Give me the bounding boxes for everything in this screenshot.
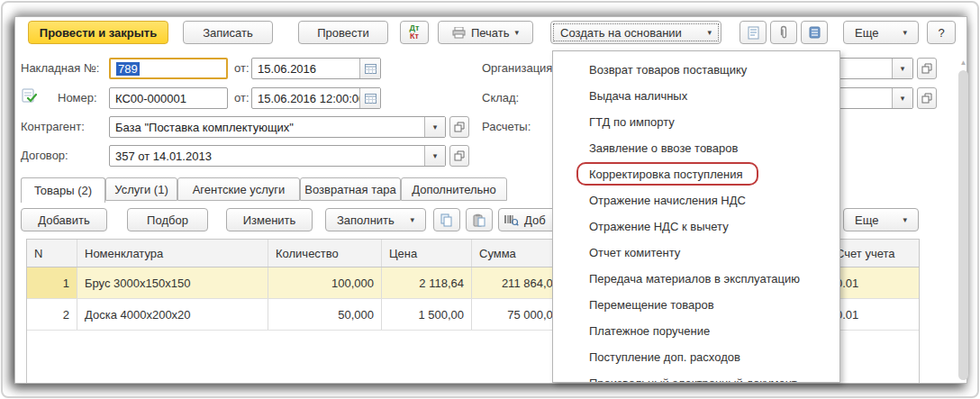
counterparty-open-button[interactable] xyxy=(449,116,469,138)
menu-item-goods-movement[interactable]: Перемещение товаров xyxy=(553,292,839,318)
table-more-button[interactable]: Еще ▾ xyxy=(843,208,919,231)
screenshot: Провести и закрыть Записать Провести ДтК… xyxy=(0,0,980,399)
tab-additional[interactable]: Дополнительно xyxy=(401,177,507,201)
notes-list-button[interactable] xyxy=(801,21,828,44)
calendar-icon[interactable] xyxy=(359,59,380,78)
invoice-number-input[interactable]: 789 xyxy=(109,58,228,79)
dropdown-arrow-icon: ▾ xyxy=(410,216,414,224)
counterparty-combo[interactable]: База "Поставка комплектующих" ▾ xyxy=(109,116,446,138)
list-icon xyxy=(809,26,821,39)
open-form-icon xyxy=(454,122,465,132)
add-row-button[interactable]: Добавить xyxy=(21,208,107,231)
create-based-on-label: Создать на основании xyxy=(560,26,682,40)
post-and-close-button[interactable]: Провести и закрыть xyxy=(28,21,168,44)
barcode-icon xyxy=(504,214,519,226)
copy-icon xyxy=(440,213,453,227)
counterparty-label: Контрагент: xyxy=(21,120,85,133)
col-header-quantity[interactable]: Количество xyxy=(268,240,382,267)
combo-dropdown-icon[interactable]: ▾ xyxy=(892,88,912,108)
paste-button[interactable] xyxy=(466,208,493,231)
col-header-price[interactable]: Цена xyxy=(382,240,472,267)
help-button[interactable]: ? xyxy=(927,21,956,44)
menu-item-return-to-supplier[interactable]: Возврат товаров поставщику xyxy=(553,57,839,83)
combo-dropdown-icon[interactable]: ▾ xyxy=(424,146,445,166)
menu-item-cash-issue[interactable]: Выдача наличных xyxy=(553,83,839,109)
document-status-icon xyxy=(22,88,37,104)
calendar-icon[interactable] xyxy=(359,88,380,108)
open-form-icon xyxy=(921,93,932,104)
col-header-nomenclature[interactable]: Номенклатура xyxy=(77,240,268,267)
menu-item-additional-expenses[interactable]: Поступление доп. расходов xyxy=(553,344,839,370)
col-header-account[interactable]: Счет учета xyxy=(834,240,919,267)
invoice-number-label: Накладная №: xyxy=(21,61,99,75)
warehouse-label: Склад: xyxy=(482,91,519,104)
printer-icon xyxy=(452,27,466,39)
organization-open-button[interactable] xyxy=(917,58,937,79)
menu-item-payment-order[interactable]: Платежное поручение xyxy=(553,318,839,344)
combo-dropdown-icon[interactable]: ▾ xyxy=(424,117,445,137)
open-form-icon xyxy=(921,63,932,74)
toolbar-more-button[interactable]: Еще ▾ xyxy=(843,21,919,44)
menu-item-import-declaration[interactable]: ГТД по импорту xyxy=(553,109,839,135)
contract-open-button[interactable] xyxy=(449,145,469,167)
settlements-label: Расчеты: xyxy=(482,120,531,133)
dropdown-arrow-icon: ▾ xyxy=(903,29,907,37)
help-label: ? xyxy=(938,26,944,40)
tab-services[interactable]: Услуги (1) xyxy=(105,177,177,201)
print-label: Печать xyxy=(471,26,510,40)
dropdown-arrow-icon: ▾ xyxy=(903,216,907,224)
vertical-scrollbar[interactable]: ▲ xyxy=(957,58,969,382)
show-postings-button[interactable]: ДтКт xyxy=(400,21,429,44)
create-based-on-menu: Возврат товаров поставщику Выдача наличн… xyxy=(552,50,840,383)
attachments-button[interactable] xyxy=(770,21,797,44)
organization-label: Организация: xyxy=(482,61,556,75)
from-datetime-label: от: xyxy=(234,91,250,104)
contract-combo[interactable]: 357 от 14.01.2013 ▾ xyxy=(109,145,446,167)
menu-item-materials-transfer[interactable]: Передача материалов в эксплуатацию xyxy=(553,266,839,292)
save-button[interactable]: Записать xyxy=(183,21,273,44)
post-button[interactable]: Провести xyxy=(298,21,388,44)
scroll-up-icon[interactable]: ▲ xyxy=(957,58,969,68)
col-header-n[interactable]: N xyxy=(27,240,77,267)
from-date-label: от: xyxy=(234,61,250,75)
tab-goods[interactable]: Товары (2) xyxy=(21,177,105,203)
fill-button[interactable]: Заполнить ▾ xyxy=(325,208,426,231)
paste-icon xyxy=(473,213,485,227)
document-window: Провести и закрыть Записать Провести ДтК… xyxy=(14,16,967,384)
number-label: Номер: xyxy=(58,91,97,104)
datetime-input[interactable]: 15.06.2016 12:00:00 xyxy=(251,87,381,109)
pick-button[interactable]: Подбор xyxy=(127,208,208,231)
menu-item-vat-accrual[interactable]: Отражение начисления НДС xyxy=(553,187,839,213)
combo-dropdown-icon[interactable]: ▾ xyxy=(892,59,912,78)
copy-button[interactable] xyxy=(433,208,460,231)
invoice-number-value: 789 xyxy=(116,62,140,76)
post-label: Провести xyxy=(317,26,369,40)
create-based-on-button[interactable]: Создать на основании ▾ xyxy=(550,21,721,44)
dropdown-arrow-icon: ▾ xyxy=(515,29,520,37)
reports-button[interactable] xyxy=(740,21,767,44)
print-button[interactable]: Печать ▾ xyxy=(438,21,533,44)
warehouse-open-button[interactable] xyxy=(917,87,937,109)
open-form-icon xyxy=(454,150,465,161)
date-input[interactable]: 15.06.2016 xyxy=(251,58,381,79)
report-document-icon xyxy=(748,26,759,40)
dropdown-arrow-icon: ▾ xyxy=(707,29,712,37)
save-label: Записать xyxy=(203,26,253,40)
menu-item-receipt-adjustment[interactable]: Корректировка поступления xyxy=(553,161,839,187)
contract-label: Договор: xyxy=(21,149,68,162)
menu-item-principal-report[interactable]: Отчет комитенту xyxy=(553,240,839,266)
menu-item-vat-deduction[interactable]: Отражение НДС к вычету xyxy=(553,213,839,240)
post-and-close-label: Провести и закрыть xyxy=(40,26,157,40)
dtkt-icon: ДтКт xyxy=(410,24,420,41)
paperclip-icon xyxy=(778,25,789,40)
edit-button[interactable]: Изменить xyxy=(226,208,313,231)
more-label: Еще xyxy=(855,26,878,40)
menu-item-arbitrary-edocument[interactable]: Произвольный электронный документ xyxy=(553,370,839,383)
menu-item-import-goods-statement[interactable]: Заявление о ввозе товаров xyxy=(553,135,839,161)
number-input[interactable]: КС00-000001 xyxy=(109,87,228,109)
tab-agency-services[interactable]: Агентские услуги xyxy=(177,177,300,201)
tab-returnable-packaging[interactable]: Возвратная тара xyxy=(300,177,401,201)
scrollbar-thumb[interactable] xyxy=(958,70,968,380)
